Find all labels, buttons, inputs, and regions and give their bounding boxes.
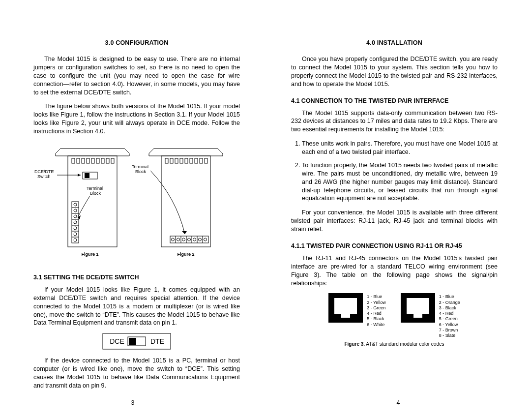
caption-figure-2: Figure 2 bbox=[177, 252, 194, 257]
para-3-0-a: The Model 1015 is designed to be easy to… bbox=[33, 55, 240, 96]
svg-point-50 bbox=[193, 238, 196, 241]
svg-point-25 bbox=[74, 227, 77, 230]
label-terminal-block-a2: Block bbox=[90, 191, 101, 196]
caption-figure-3-rest: AT&T standard modular color codes bbox=[365, 341, 444, 347]
switch-label-dce: DCE bbox=[110, 337, 124, 345]
dce-dte-switch-diagram: DCE DTE bbox=[102, 333, 171, 350]
para-3-1-a: If your Model 1015 looks like Figure 1, … bbox=[33, 286, 240, 327]
svg-rect-31 bbox=[170, 158, 173, 163]
svg-rect-30 bbox=[165, 158, 168, 163]
para-3-0-b: The figure below shows both versions of … bbox=[33, 102, 240, 136]
para-4-1-b: For your convenience, the Model 1015 is … bbox=[291, 209, 498, 234]
requirement-2: To function properly, the Model 1015 nee… bbox=[302, 161, 498, 203]
svg-point-49 bbox=[188, 238, 191, 241]
label-terminal-block-b2: Block bbox=[135, 169, 147, 174]
figure-1-2: DCE/DTE Switch Terminal Block Terminal B… bbox=[33, 144, 240, 262]
svg-point-47 bbox=[177, 238, 180, 241]
svg-rect-36 bbox=[195, 158, 198, 163]
svg-rect-7 bbox=[101, 158, 104, 163]
svg-point-52 bbox=[204, 238, 207, 241]
svg-marker-53 bbox=[182, 231, 187, 234]
caption-figure-3: Figure 3. AT&T standard modular color co… bbox=[291, 341, 498, 347]
section-heading-4-1: 4.1 CONNECTION TO THE TWISTED PAIR INTER… bbox=[291, 97, 498, 104]
svg-point-24 bbox=[74, 221, 77, 224]
para-3-0-a-text: The Model 1015 is designed to be easy to… bbox=[33, 56, 240, 96]
svg-point-22 bbox=[74, 209, 77, 212]
page-number-3: 3 bbox=[0, 399, 266, 406]
svg-rect-6 bbox=[96, 158, 99, 163]
svg-point-23 bbox=[74, 215, 77, 218]
para-3-1-a-text: If your Model 1015 looks like Figure 1, … bbox=[33, 286, 240, 327]
requirement-1: These units work in pairs. Therefore, yo… bbox=[302, 140, 498, 156]
svg-marker-13 bbox=[78, 174, 81, 177]
label-dce-dte-switch: DCE/DTE bbox=[34, 169, 54, 174]
rj45-color-list: 1 - Blue 2 - Orange 3 - Black 4 - Red 5 … bbox=[439, 294, 460, 338]
svg-rect-5 bbox=[91, 158, 94, 163]
switch-label-dte: DTE bbox=[150, 337, 164, 345]
device-figure-1 bbox=[56, 149, 129, 247]
label-dce-dte-switch-2: Switch bbox=[37, 174, 51, 179]
svg-rect-8 bbox=[106, 158, 109, 163]
para-3-1-b-text: If the device connected to the Model 101… bbox=[33, 357, 240, 389]
rj45-jack-icon bbox=[401, 293, 435, 323]
svg-rect-35 bbox=[190, 158, 193, 163]
svg-point-21 bbox=[74, 203, 77, 206]
para-3-1-b: If the device connected to the Model 101… bbox=[33, 357, 240, 390]
para-4-0-a-text: Once you have properly configured the DC… bbox=[291, 56, 498, 88]
para-4-1-1-a: The RJ-11 and RJ-45 connectors on the Mo… bbox=[291, 254, 498, 288]
svg-rect-1 bbox=[72, 158, 75, 163]
requirements-list: These units work in pairs. Therefore, yo… bbox=[291, 140, 498, 203]
para-3-0-b-text: The figure below shows both versions of … bbox=[33, 103, 240, 135]
para-4-1-1-a-text: The RJ-11 and RJ-45 connectors on the Mo… bbox=[291, 255, 498, 287]
svg-rect-4 bbox=[87, 158, 89, 163]
svg-point-27 bbox=[74, 239, 77, 241]
rj11-jack-icon bbox=[328, 293, 363, 323]
label-terminal-block-a: Terminal bbox=[87, 186, 103, 191]
svg-rect-33 bbox=[180, 158, 183, 163]
section-heading-4-1-1: 4.1.1 TWISTED PAIR CONNECTION USING RJ-1… bbox=[291, 242, 498, 249]
rj11-color-list: 1 - Blue 2 - Yellow 3 - Green 4 - Red 5 … bbox=[367, 294, 386, 328]
svg-point-46 bbox=[172, 238, 175, 241]
svg-rect-34 bbox=[185, 158, 188, 163]
svg-point-26 bbox=[74, 233, 77, 236]
svg-rect-56 bbox=[129, 338, 136, 345]
figure-3: 1 - Blue 2 - Yellow 3 - Green 4 - Red 5 … bbox=[291, 293, 498, 338]
section-heading-4-0: 4.0 INSTALLATION bbox=[291, 39, 498, 46]
caption-figure-1: Figure 1 bbox=[81, 252, 98, 257]
section-heading-3-0: 3.0 CONFIGURATION bbox=[33, 39, 240, 46]
page-number-4: 4 bbox=[266, 399, 531, 406]
svg-rect-29 bbox=[161, 156, 210, 247]
svg-rect-11 bbox=[85, 173, 89, 178]
para-4-1-a-text: The Model 1015 supports data-only commun… bbox=[291, 110, 498, 133]
caption-figure-3-bold: Figure 3. bbox=[344, 341, 365, 347]
device-figure-2 bbox=[149, 149, 223, 247]
page-4: 4.0 INSTALLATION Once you have properly … bbox=[266, 0, 531, 420]
para-4-0-a: Once you have properly configured the DC… bbox=[291, 55, 498, 89]
label-terminal-block-b: Terminal bbox=[132, 164, 148, 169]
svg-rect-32 bbox=[175, 158, 178, 163]
svg-rect-2 bbox=[77, 158, 80, 163]
svg-rect-3 bbox=[82, 158, 85, 163]
svg-rect-37 bbox=[200, 158, 203, 163]
para-4-1-b-text: For your convenience, the Model 1015 is … bbox=[291, 209, 498, 233]
page-3: 3.0 CONFIGURATION The Model 1015 is desi… bbox=[0, 0, 266, 420]
svg-rect-9 bbox=[111, 158, 114, 163]
svg-rect-38 bbox=[205, 158, 207, 163]
svg-point-51 bbox=[199, 238, 202, 241]
section-heading-3-1: 3.1 SETTING THE DCE/DTE SWITCH bbox=[33, 274, 240, 281]
svg-rect-14 bbox=[72, 202, 79, 243]
para-4-1-a: The Model 1015 supports data-only commun… bbox=[291, 109, 498, 134]
svg-point-48 bbox=[182, 238, 185, 241]
